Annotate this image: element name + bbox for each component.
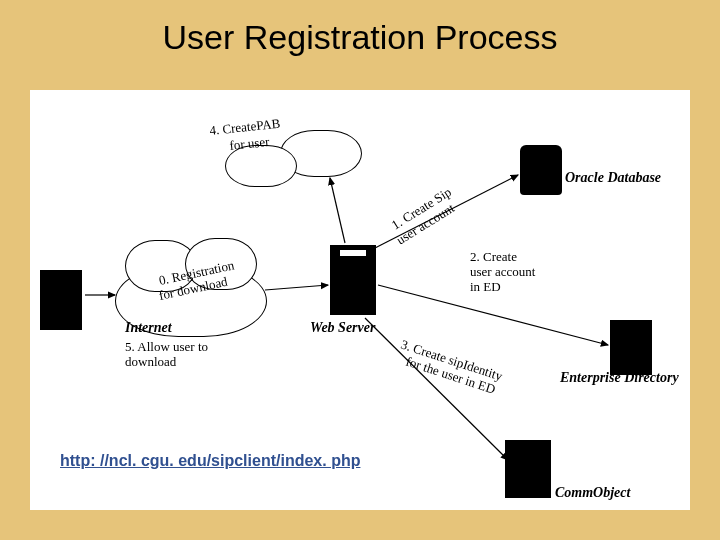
step2-b: user account [470, 265, 535, 279]
step1-a: 1. Create Sip [389, 184, 454, 232]
webserver-label: Web Server [310, 320, 375, 335]
oracle-node [520, 145, 562, 195]
step4-a: 4. CreatePAB [209, 116, 282, 138]
step3-b: for the user in ED [404, 354, 497, 397]
internet-label: Internet [125, 320, 172, 335]
internet-cloud3 [185, 238, 257, 290]
commobject-label: CommObject [555, 485, 630, 500]
enterprise-node [610, 320, 652, 375]
page-title: User Registration Process [0, 18, 720, 57]
pab-cloud2 [225, 145, 297, 187]
enterprise-label: Enterprise Directory [560, 370, 679, 385]
step5-a: 5. Allow user to [125, 340, 208, 354]
step5-b: download [125, 355, 176, 369]
svg-line-4 [365, 318, 508, 460]
step2-a: 2. Create [470, 250, 517, 264]
diagram-canvas: Oracle Database Web Server Enterprise Di… [30, 90, 690, 510]
svg-line-1 [265, 285, 328, 290]
source-url-link[interactable]: http: //ncl. cgu. edu/sipclient/index. p… [60, 452, 360, 470]
oracle-label: Oracle Database [565, 170, 661, 185]
svg-line-2 [375, 175, 518, 248]
commobject-node [505, 440, 551, 498]
step3-a: 3. Create sipIdentity [399, 337, 505, 384]
step1-b: user account [394, 200, 458, 248]
client-node [40, 270, 82, 330]
step2-c: in ED [470, 280, 501, 294]
svg-line-5 [330, 178, 345, 243]
